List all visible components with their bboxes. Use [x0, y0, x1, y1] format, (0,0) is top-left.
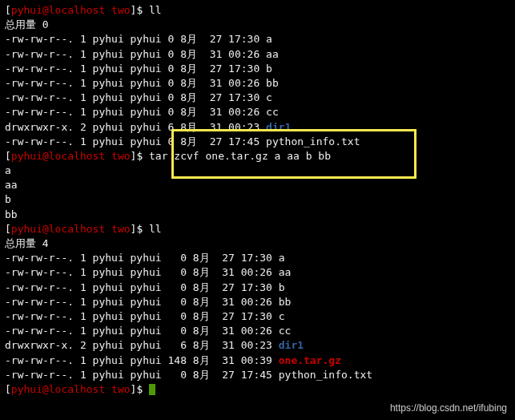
prompt-host: localhost [49, 223, 105, 235]
terminal-window[interactable]: [pyhui@localhost two]$ ll总用量 0-rw-rw-r--… [0, 0, 515, 420]
prompt-bracket: [ [5, 150, 11, 162]
prompt-user: pyhui [11, 223, 42, 235]
file-row: -rw-rw-r--. 1 pyhui pyhui 0 8月 27 17:30 … [5, 281, 510, 295]
prompt-path: two [111, 383, 130, 395]
prompt-path: two [111, 4, 130, 16]
prompt-user: pyhui [11, 4, 42, 16]
prompt-path: two [111, 150, 130, 162]
file-name: a [279, 252, 285, 264]
command-line: [pyhui@localhost two]$ ll [5, 3, 510, 18]
file-row: -rw-rw-r--. 1 pyhui pyhui 0 8月 31 00:26 … [5, 324, 510, 338]
tar-output-line: aa [5, 178, 510, 192]
command-line: [pyhui@localhost two]$ [5, 382, 510, 397]
file-name: b [266, 63, 272, 75]
command-input[interactable]: ll [149, 223, 162, 235]
file-name: aa [279, 266, 292, 278]
file-name: dir1 [279, 339, 304, 351]
prompt-user: pyhui [11, 150, 42, 162]
command-line: [pyhui@localhost two]$ tar zcvf one.tar.… [5, 149, 510, 164]
file-row: -rw-rw-r--. 1 pyhui pyhui 0 8月 27 17:30 … [5, 91, 510, 105]
file-row: -rw-rw-r--. 1 pyhui pyhui 0 8月 27 17:30 … [5, 32, 510, 46]
file-name: cc [279, 325, 292, 337]
file-name: one.tar.gz [279, 354, 341, 366]
prompt-space [105, 4, 111, 16]
file-row: -rw-rw-r--. 1 pyhui pyhui 0 8月 31 00:26 … [5, 76, 510, 91]
prompt-symbol: $ [136, 223, 149, 235]
prompt-host: localhost [49, 4, 105, 16]
prompt-symbol: $ [136, 150, 149, 162]
prompt-host: localhost [49, 150, 105, 162]
prompt-at: @ [42, 150, 49, 162]
command-line: [pyhui@localhost two]$ ll [5, 222, 510, 236]
file-name: c [279, 310, 285, 322]
file-row: -rw-rw-r--. 1 pyhui pyhui 0 8月 27 17:30 … [5, 309, 510, 324]
prompt-path: two [111, 223, 130, 235]
file-name: dir1 [266, 121, 291, 133]
total-line: 总用量 4 [5, 236, 510, 251]
command-input[interactable]: ll [149, 4, 162, 16]
file-name: aa [266, 48, 279, 60]
prompt-symbol: $ [136, 383, 149, 395]
prompt-bracket: [ [5, 223, 11, 235]
file-row: -rw-rw-r--. 1 pyhui pyhui 0 8月 31 00:26 … [5, 265, 510, 280]
file-row: -rw-rw-r--. 1 pyhui pyhui 0 8月 27 17:30 … [5, 251, 510, 265]
prompt-bracket: [ [5, 383, 11, 395]
prompt-user: pyhui [11, 383, 42, 395]
file-name: bb [266, 77, 279, 89]
prompt-space [105, 223, 111, 235]
prompt-at: @ [42, 383, 49, 395]
file-name: python_info.txt [279, 369, 372, 381]
prompt-at: @ [42, 4, 49, 16]
file-row: -rw-rw-r--. 1 pyhui pyhui 0 8月 31 00:26 … [5, 47, 510, 62]
file-name: cc [266, 106, 279, 118]
command-input[interactable]: tar zcvf one.tar.gz a aa b bb [149, 150, 331, 162]
prompt-space [105, 383, 111, 395]
file-name: bb [279, 296, 292, 308]
tar-output-line: bb [5, 208, 510, 222]
total-line: 总用量 0 [5, 18, 510, 32]
file-name: b [279, 281, 285, 293]
file-row: -rw-rw-r--. 1 pyhui pyhui 0 8月 27 17:30 … [5, 62, 510, 76]
prompt-host: localhost [49, 383, 105, 395]
tar-output-line: b [5, 192, 510, 207]
file-row: -rw-rw-r--. 1 pyhui pyhui 0 8月 27 17:45 … [5, 368, 510, 382]
file-name: python_info.txt [266, 135, 360, 147]
tar-output-line: a [5, 164, 510, 178]
watermark: https://blog.csdn.net/ifubing [390, 402, 507, 415]
prompt-bracket: [ [5, 4, 11, 16]
file-name: a [266, 33, 272, 45]
file-row: -rw-rw-r--. 1 pyhui pyhui 148 8月 31 00:3… [5, 353, 510, 368]
prompt-space [105, 150, 111, 162]
file-row: -rw-rw-r--. 1 pyhui pyhui 0 8月 31 00:26 … [5, 105, 510, 119]
prompt-symbol: $ [136, 4, 149, 16]
file-name: c [266, 91, 272, 103]
cursor [149, 384, 155, 395]
prompt-at: @ [42, 223, 49, 235]
file-row: drwxrwxr-x. 2 pyhui pyhui 6 8月 31 00:23 … [5, 338, 510, 353]
file-row: -rw-rw-r--. 1 pyhui pyhui 0 8月 31 00:26 … [5, 295, 510, 309]
file-row: -rw-rw-r--. 1 pyhui pyhui 0 8月 27 17:45 … [5, 135, 510, 149]
file-row: drwxrwxr-x. 2 pyhui pyhui 6 8月 31 00:23 … [5, 120, 510, 135]
